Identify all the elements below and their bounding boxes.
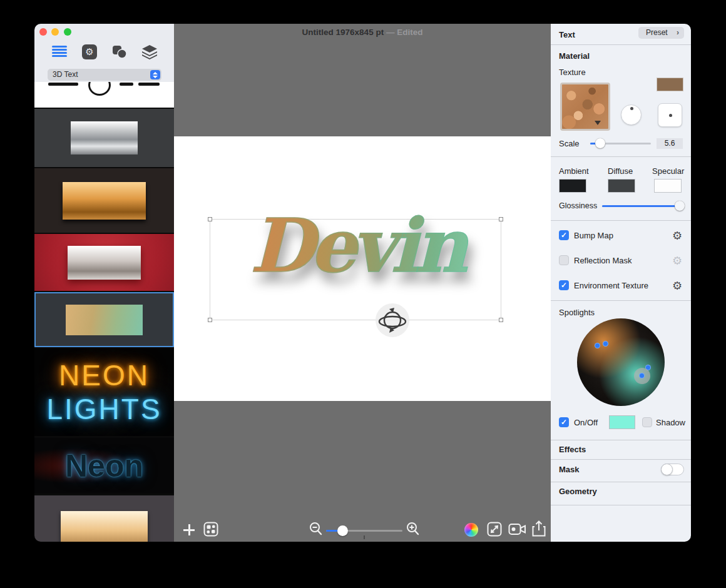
texture-thumbnail[interactable] <box>560 83 610 131</box>
category-dropdown-value: 3D Text <box>53 70 78 79</box>
inspector-panel: Text Material Preset › Texture Scale 5.6… <box>551 24 691 542</box>
document-page[interactable]: Devin <box>174 136 551 401</box>
diffuse-color-well[interactable] <box>608 179 635 193</box>
texture-rotation-knob[interactable] <box>621 104 642 125</box>
divider <box>551 156 691 157</box>
add-icon[interactable] <box>183 524 195 535</box>
chevron-updown-icon <box>150 70 160 79</box>
zoom-window-button[interactable] <box>64 28 71 36</box>
spotlights-sphere[interactable] <box>577 318 665 406</box>
selection-handle-top-right[interactable] <box>499 217 503 221</box>
shadow-checkbox[interactable] <box>642 417 652 427</box>
divider <box>551 300 691 301</box>
gear-icon[interactable]: ⚙ <box>672 229 682 243</box>
close-window-button[interactable] <box>39 28 47 36</box>
reflection-mask-label: Reflection Mask <box>574 256 631 265</box>
divider <box>551 44 691 45</box>
bump-map-label: Bump Map <box>574 231 613 240</box>
specular-color-well[interactable] <box>654 179 682 193</box>
templates-icon[interactable] <box>203 522 218 537</box>
ambient-label: Ambient <box>559 166 589 176</box>
section-geometry[interactable]: Geometry <box>559 487 597 496</box>
color-wheel-icon[interactable] <box>464 523 478 537</box>
divider <box>551 505 691 505</box>
rotate-3d-icon[interactable] <box>376 303 409 337</box>
reflection-mask-checkbox[interactable] <box>559 255 569 265</box>
scale-value-field[interactable]: 5.6 <box>657 138 683 149</box>
scale-slider[interactable] <box>590 143 651 144</box>
layers-icon[interactable] <box>141 44 158 59</box>
app-window: ⚙ 3D Text <box>34 24 691 542</box>
spotlight-dot-selected[interactable] <box>639 373 645 378</box>
minimize-window-button[interactable] <box>51 28 59 36</box>
zoom-slider-tick <box>364 535 365 539</box>
chevron-right-icon: › <box>677 27 679 39</box>
mask-toggle[interactable] <box>661 464 684 475</box>
bump-map-checkbox[interactable] <box>559 230 569 240</box>
preset-thumbnail-metal-pale-gold[interactable]: Metal <box>34 495 174 542</box>
selected-spotlight-ring[interactable] <box>634 368 650 384</box>
resize-icon[interactable] <box>487 522 502 537</box>
category-dropdown[interactable]: 3D Text <box>48 69 161 81</box>
environment-texture-checkbox[interactable] <box>559 280 569 290</box>
glossiness-label: Glossiness <box>559 201 597 210</box>
onoff-label: On/Off <box>574 418 598 427</box>
share-icon[interactable] <box>532 520 546 537</box>
texture-color-swatch[interactable] <box>657 78 683 91</box>
selection-bounding-box[interactable]: Devin <box>210 219 501 320</box>
preset-button[interactable]: Preset › <box>638 27 684 39</box>
spotlights-label: Spotlights <box>559 308 595 317</box>
reflection-mask-row: Reflection Mask ⚙ <box>551 255 691 266</box>
sidebar-toolbar: ⚙ <box>34 44 174 61</box>
document-title: Untitled 1976x845 pt — Edited <box>174 28 551 37</box>
sidebar-header: ⚙ 3D Text <box>34 24 174 82</box>
styles-gear-icon[interactable]: ⚙ <box>82 44 97 59</box>
divider <box>551 459 691 460</box>
specular-label: Specular <box>652 166 684 176</box>
preset-sidebar: ⚙ 3D Text <box>34 24 174 542</box>
zoom-slider[interactable] <box>326 530 402 532</box>
divider <box>551 440 691 440</box>
ambient-color-well[interactable] <box>559 179 586 193</box>
section-effects[interactable]: Effects <box>559 445 586 454</box>
preset-thumbnail-metal-script-selected[interactable]: Metal <box>34 292 174 347</box>
material-label: Material <box>559 51 590 61</box>
environment-texture-label: Environment Texture <box>574 281 648 290</box>
art-text-object[interactable]: Devin <box>212 202 502 289</box>
spotlight-color-swatch[interactable] <box>609 415 635 429</box>
glossiness-slider[interactable] <box>602 205 683 207</box>
canvas-area: Untitled 1976x845 pt — Edited Devin <box>174 24 551 542</box>
shapes-icon[interactable] <box>111 44 128 59</box>
selection-handle-top-left[interactable] <box>208 217 212 221</box>
zoom-out-icon[interactable] <box>309 522 324 537</box>
divider <box>551 220 691 221</box>
gear-icon[interactable]: ⚙ <box>672 254 682 268</box>
preset-thumbnail-metal-gold[interactable]: Metal <box>34 168 174 233</box>
selection-handle-bottom-right[interactable] <box>499 318 503 322</box>
scale-slider-knob[interactable] <box>595 138 605 148</box>
gear-icon[interactable]: ⚙ <box>672 279 682 293</box>
texture-position-pad[interactable] <box>658 103 682 127</box>
section-mask[interactable]: Mask <box>559 465 580 474</box>
environment-texture-row: Environment Texture ⚙ <box>551 280 691 291</box>
spotlight-onoff-row: On/Off Shadow <box>551 417 691 428</box>
selection-handle-bottom-left[interactable] <box>208 318 212 322</box>
glossiness-slider-knob[interactable] <box>675 201 685 211</box>
spotlight-dot[interactable] <box>595 343 600 348</box>
spotlight-dot[interactable] <box>603 341 608 347</box>
preset-thumbnail-metal-silver[interactable]: Metal <box>34 109 174 167</box>
canvas-toolbar <box>174 512 551 542</box>
inspector-header: Text <box>559 30 575 39</box>
menu-icon[interactable] <box>52 44 67 59</box>
onoff-checkbox[interactable] <box>559 417 569 427</box>
preset-thumbnail-neon-lights[interactable]: NEON LIGHTS <box>34 348 174 436</box>
preset-thumbnail-metal-red[interactable]: Metal <box>34 234 174 291</box>
preset-thumbnail-neon-dark[interactable]: Neon <box>34 438 174 494</box>
preset-thumbnail-partial[interactable] <box>34 82 174 108</box>
camera-icon[interactable] <box>508 522 527 537</box>
zoom-in-icon[interactable] <box>406 522 421 537</box>
bump-map-row: Bump Map ⚙ <box>551 230 691 241</box>
diffuse-label: Diffuse <box>608 166 633 176</box>
partial-artwork <box>88 82 111 96</box>
zoom-slider-knob[interactable] <box>337 525 348 536</box>
